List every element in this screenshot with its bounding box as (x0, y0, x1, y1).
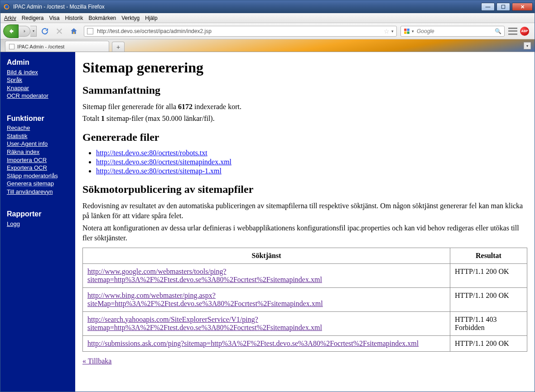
sidebar-link-till-anvandarevyn[interactable]: Till användarevyn (7, 188, 71, 196)
tab-favicon (9, 44, 14, 49)
minimize-button[interactable]: — (481, 3, 495, 11)
sidebar-link-recache[interactable]: Recache (7, 124, 71, 132)
sidebar-link-rakna-index[interactable]: Räkna index (7, 148, 71, 156)
sidebar-link-statistik[interactable]: Statistik (7, 132, 71, 140)
list-item: http://test.devo.se:80/ocrtest/robots.tx… (96, 149, 527, 157)
url-input[interactable] (96, 28, 382, 35)
svg-rect-5 (404, 31, 406, 33)
reload-button[interactable] (39, 25, 51, 38)
list-item: http://test.devo.se:80/ocrtest/sitemap-1… (96, 167, 527, 175)
maximize-button[interactable]: ☐ (496, 3, 510, 11)
close-button[interactable]: ✕ (512, 3, 533, 11)
page-viewport: Admin Bild & index Språk Knappar OCR mod… (0, 52, 535, 392)
publish-paragraph-1: Redovisning av resultatet av den automat… (82, 201, 527, 220)
menu-bokmarken[interactable]: Bokmärken (89, 15, 116, 21)
toolbar-options-icon[interactable] (508, 28, 517, 35)
sidebar-link-bild-index[interactable]: Bild & index (7, 68, 71, 76)
sidebar-link-importera-ocr[interactable]: Importera OCR (7, 156, 71, 164)
tab-active[interactable]: IPAC Admin - /ocrtest (5, 41, 109, 52)
result-cell: HTTP/1.1 403 Forbidden (450, 311, 527, 335)
new-tab-button[interactable]: + (112, 42, 125, 52)
table-row: http://www.bing.com/webmaster/ping.aspx?… (83, 287, 527, 311)
url-dropdown-icon[interactable]: ▾ (391, 29, 394, 33)
sidebar-heading-funktioner: Funktioner (7, 114, 71, 124)
admin-sidebar: Admin Bild & index Språk Knappar OCR mod… (0, 52, 75, 392)
stop-button[interactable] (53, 25, 66, 38)
heading-sokmotorpublicering: Sökmotorpublicering av sitemapfiler (82, 183, 527, 196)
url-bar[interactable]: ☆ ▾ (84, 26, 397, 37)
sidebar-link-generera-sitemap[interactable]: Generera sitemap (7, 180, 71, 188)
nav-arrows: ▾ (3, 24, 37, 38)
menu-hjalp[interactable]: Hjälp (145, 15, 157, 21)
result-cell: HTTP/1.1 200 OK (450, 263, 527, 287)
file-link-robots[interactable]: http://test.devo.se:80/ocrtest/robots.tx… (96, 149, 207, 157)
heading-genererade-filer: Genererade filer (82, 131, 527, 143)
ping-link-google[interactable]: http://www.google.com/webmasters/tools/p… (87, 268, 322, 283)
toolbar: ▾ ☆ ▾ ▾ 🔍 ABP (0, 23, 535, 39)
browser-window: IPAC Admin - /ocrtest - Mozilla Firefox … (0, 0, 535, 392)
sidebar-heading-admin: Admin (7, 57, 71, 67)
menu-redigera[interactable]: Redigera (22, 15, 44, 21)
svg-rect-2 (73, 32, 75, 34)
forward-button[interactable] (19, 26, 30, 37)
publish-paragraph-2: Notera att konfigurationen av dessa urla… (82, 223, 527, 243)
ping-link-bing[interactable]: http://www.bing.com/webmaster/ping.aspx?… (87, 292, 323, 307)
sidebar-link-knappar[interactable]: Knappar (7, 84, 71, 92)
table-row: http://www.google.com/webmasters/tools/p… (83, 263, 527, 287)
list-item: http://test.devo.se:80/ocrtest/sitemapin… (96, 158, 527, 166)
window-buttons: — ☐ ✕ (481, 3, 533, 11)
tab-strip: IPAC Admin - /ocrtest + ▾ (0, 39, 535, 52)
menubar: Arkiv Redigera Visa Historik Bokmärken V… (0, 13, 535, 23)
menu-visa[interactable]: Visa (49, 15, 59, 21)
back-button[interactable] (3, 24, 19, 38)
summary-line-2: Totalt 1 sitemap-filer (max 50.000 länka… (82, 114, 527, 124)
search-go-icon[interactable]: 🔍 (495, 28, 501, 34)
google-icon (404, 28, 410, 34)
table-row: http://submissions.ask.com/ping?sitemap=… (83, 335, 527, 351)
sidebar-link-ocr-moderator[interactable]: OCR moderator (7, 92, 71, 100)
sidebar-link-exportera-ocr[interactable]: Exportera OCR (7, 164, 71, 172)
file-link-sitemap-1[interactable]: http://test.devo.se:80/ocrtest/sitemap-1… (96, 167, 222, 175)
svg-point-1 (5, 5, 9, 9)
page-title: Sitemap generering (82, 59, 527, 76)
site-identity-icon[interactable] (87, 28, 93, 34)
svg-rect-6 (407, 31, 410, 33)
nav-history-dropdown[interactable]: ▾ (30, 26, 37, 37)
heading-sammanfattning: Sammanfattning (82, 84, 527, 96)
svg-rect-3 (404, 29, 406, 31)
titlebar: IPAC Admin - /ocrtest - Mozilla Firefox … (0, 0, 535, 13)
generated-files-list: http://test.devo.se:80/ocrtest/robots.tx… (96, 149, 527, 175)
col-resultat: Resultat (450, 248, 527, 263)
result-cell: HTTP/1.1 200 OK (450, 335, 527, 351)
sidebar-heading-rapporter: Rapporter (7, 209, 71, 219)
search-input[interactable] (416, 28, 495, 35)
home-button[interactable] (67, 25, 80, 38)
tab-title: IPAC Admin - /ocrtest (17, 44, 64, 49)
menu-historik[interactable]: Historik (65, 15, 83, 21)
file-link-sitemapindex[interactable]: http://test.devo.se:80/ocrtest/sitemapin… (96, 158, 231, 166)
sidebar-link-logg[interactable]: Logg (7, 220, 71, 228)
col-soktjanst: Söktjänst (83, 248, 450, 263)
menu-arkiv[interactable]: Arkiv (4, 15, 16, 21)
search-box[interactable]: ▾ 🔍 (400, 26, 505, 37)
results-table: Söktjänst Resultat http://www.google.com… (82, 248, 527, 352)
tabs-list-dropdown[interactable]: ▾ (524, 42, 531, 49)
menu-verktyg[interactable]: Verktyg (121, 15, 140, 21)
ping-link-yahoo[interactable]: http://search.yahooapis.com/SiteExplorer… (87, 316, 322, 331)
sidebar-link-user-agent[interactable]: User-Agent info (7, 140, 71, 148)
adblock-icon[interactable]: ABP (520, 27, 529, 36)
sidebar-link-sprak[interactable]: Språk (7, 76, 71, 84)
result-cell: HTTP/1.1 200 OK (450, 287, 527, 311)
ping-link-ask[interactable]: http://submissions.ask.com/ping?sitemap=… (87, 339, 419, 347)
search-engine-dropdown[interactable]: ▾ (412, 29, 414, 33)
table-row: http://search.yahooapis.com/SiteExplorer… (83, 311, 527, 335)
sidebar-link-slapp-moderatorlas[interactable]: Släpp moderatorlås (7, 172, 71, 180)
main-content: Sitemap generering Sammanfattning Sitema… (75, 52, 535, 392)
summary-line-1: Sitemap filer genererade för alla 6172 i… (82, 102, 527, 112)
svg-rect-4 (407, 29, 410, 31)
back-link[interactable]: « Tillbaka (82, 357, 111, 365)
window-title: IPAC Admin - /ocrtest - Mozilla Firefox (13, 4, 481, 10)
bookmark-star-icon[interactable]: ☆ (384, 28, 390, 35)
firefox-icon (3, 3, 10, 10)
